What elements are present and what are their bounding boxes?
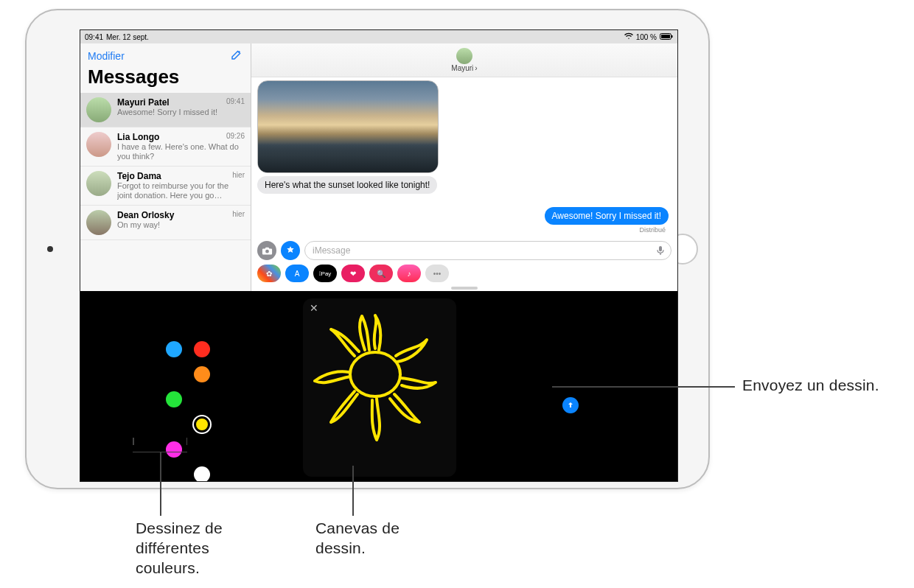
sidebar-title: Messages [80, 66, 251, 93]
delivered-label: Distribué [256, 226, 670, 234]
contact-avatar [456, 48, 472, 64]
mic-icon[interactable] [655, 245, 666, 259]
callout-colors-label: Dessinez de différentes couleurs. [136, 519, 223, 578]
conversation-preview: Awesome! Sorry I missed it! [117, 108, 245, 117]
ipad-frame: 09:41 Mer. 12 sept. 100 % Modifier [25, 9, 710, 489]
callout-brace [133, 445, 187, 452]
callout-line [160, 452, 161, 516]
message-input[interactable]: iMessage [304, 241, 671, 260]
screen: 09:41 Mer. 12 sept. 100 % Modifier [80, 29, 678, 482]
app-strip: ✿ A Pay ❤ 🔍 ♪ ••• [251, 263, 677, 287]
svg-rect-1 [661, 35, 670, 38]
store-app-icon[interactable]: A [285, 265, 309, 282]
conversation-item[interactable]: Mayuri Patel 09:41 Awesome! Sorry I miss… [80, 93, 251, 127]
outgoing-message[interactable]: Awesome! Sorry I missed it! [545, 207, 669, 225]
digital-touch-icon[interactable]: ❤ [341, 265, 365, 282]
photos-app-icon[interactable]: ✿ [257, 265, 281, 282]
conversation-name: Mayuri Patel [117, 97, 170, 108]
conversation-sidebar: Modifier Messages Mayuri Patel 09:41 Awe… [80, 43, 251, 291]
camera-button[interactable] [257, 241, 276, 260]
conversation-preview: Forgot to reimburse you for the joint do… [117, 181, 245, 200]
conversation-name: Tejo Dama [117, 171, 161, 181]
color-green[interactable] [166, 391, 182, 407]
conversation-time: hier [232, 210, 245, 220]
conversation-time: 09:26 [226, 132, 245, 142]
input-row: iMessage [251, 238, 677, 263]
conversation-name: Dean Orlosky [117, 210, 174, 220]
status-time: 09:41 [85, 33, 103, 41]
conversation-time: hier [232, 171, 245, 181]
color-white[interactable] [194, 466, 210, 482]
incoming-message[interactable]: Here's what the sunset looked like tonig… [257, 176, 437, 194]
battery-icon [660, 33, 673, 41]
message-placeholder: iMessage [313, 245, 350, 256]
conversation-item[interactable]: Dean Orlosky hier On my way! [80, 206, 251, 240]
sun-drawing [309, 312, 442, 452]
send-drawing-button[interactable] [562, 397, 579, 413]
conversation-preview: I have a few. Here's one. What do you th… [117, 142, 245, 161]
compose-button[interactable] [230, 48, 243, 64]
more-apps-icon[interactable]: ••• [425, 265, 449, 282]
callout-send-label: Envoyez un dessin. [742, 376, 879, 396]
conversation-name: Lia Longo [117, 132, 159, 142]
avatar [86, 97, 111, 122]
svg-rect-2 [671, 35, 673, 38]
svg-point-3 [350, 352, 400, 396]
app-store-button[interactable] [281, 241, 300, 260]
front-camera-dot [47, 246, 53, 252]
chat-panel: Mayuri › Here's what the sunset looked l… [251, 43, 677, 291]
color-blue[interactable] [166, 341, 182, 357]
music-app-icon[interactable]: ♪ [397, 265, 421, 282]
messages-app: Modifier Messages Mayuri Patel 09:41 Awe… [80, 43, 677, 291]
conversation-preview: On my way! [117, 220, 245, 230]
avatar [86, 171, 111, 196]
conversation-item[interactable]: Lia Longo 09:26 I have a few. Here's one… [80, 127, 251, 167]
wifi-icon [624, 32, 633, 41]
drawing-canvas[interactable]: ✕ [303, 298, 456, 477]
callout-line [552, 386, 735, 388]
apple-pay-icon[interactable]: Pay [313, 265, 337, 282]
conversation-time: 09:41 [226, 97, 245, 108]
chevron-right-icon: › [475, 64, 477, 72]
contact-name: Mayuri [451, 64, 473, 72]
callout-canvas-label: Canevas de dessin. [315, 519, 400, 559]
status-battery: 100 % [636, 33, 657, 41]
avatar [86, 132, 111, 157]
color-orange[interactable] [194, 366, 210, 382]
color-red[interactable] [194, 341, 210, 357]
drawer-handle[interactable] [451, 287, 478, 290]
color-palette [166, 341, 210, 482]
status-bar: 09:41 Mer. 12 sept. 100 % [80, 30, 677, 43]
avatar [86, 210, 111, 235]
conversation-item[interactable]: Tejo Dama hier Forgot to reimburse you f… [80, 167, 251, 206]
chat-header[interactable]: Mayuri › [251, 43, 677, 77]
edit-button[interactable]: Modifier [88, 50, 125, 62]
color-yellow[interactable] [194, 416, 210, 433]
status-date: Mer. 12 sept. [106, 33, 149, 41]
images-app-icon[interactable]: 🔍 [369, 265, 393, 282]
chat-body[interactable]: Here's what the sunset looked like tonig… [251, 77, 677, 238]
incoming-image[interactable] [257, 80, 439, 173]
callout-line [352, 466, 354, 516]
